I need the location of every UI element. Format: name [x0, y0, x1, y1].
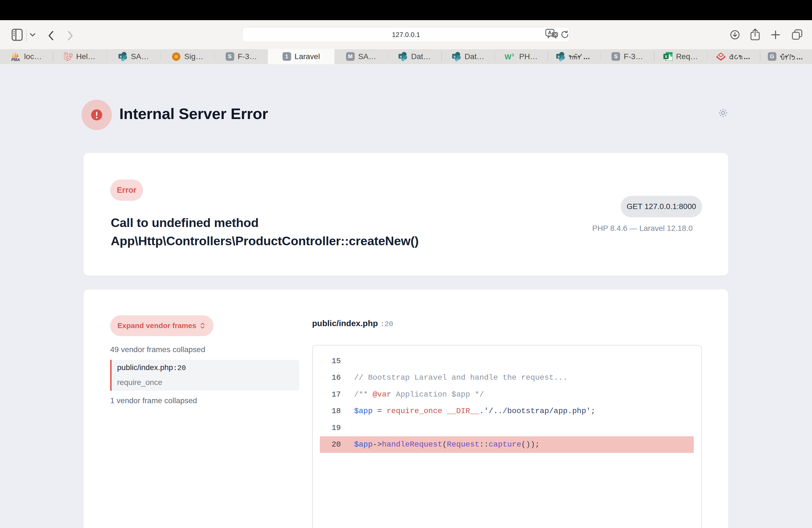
svg-text:s: s — [120, 54, 122, 59]
svg-text:X: X — [665, 54, 667, 59]
svg-text:s: s — [453, 54, 455, 59]
svg-text:PMA: PMA — [11, 57, 20, 62]
svg-text:s: s — [557, 54, 560, 59]
svg-text:3: 3 — [512, 53, 514, 57]
svg-text:W: W — [505, 53, 511, 61]
svg-text:s: s — [400, 54, 402, 59]
